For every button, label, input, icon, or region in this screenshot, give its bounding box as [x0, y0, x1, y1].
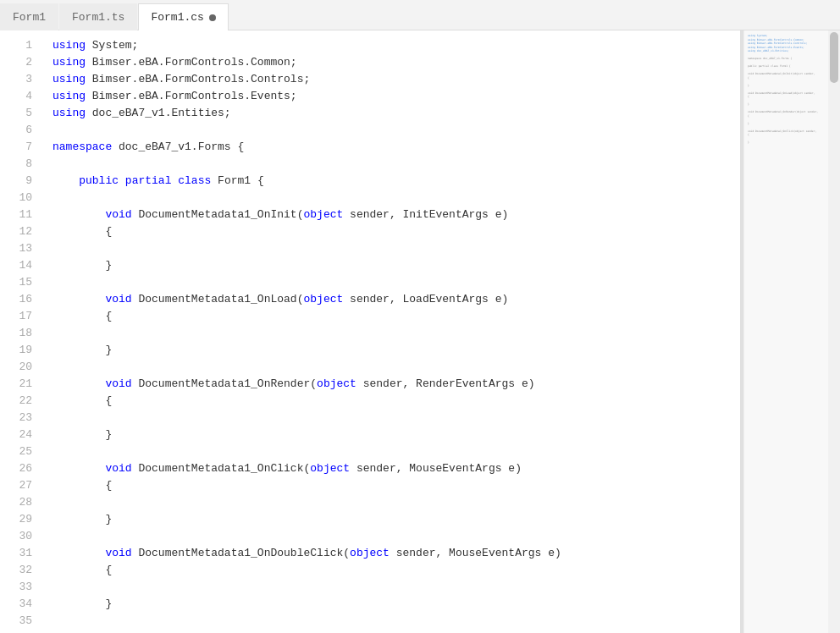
line-number: 20 [0, 359, 32, 376]
line-number: 12 [0, 223, 32, 240]
line-number: 10 [0, 190, 32, 206]
plain-token: } [52, 259, 112, 272]
line-number: 25 [0, 443, 32, 460]
plain-token [52, 174, 79, 187]
tab-form1ts-label: Form1.ts [72, 11, 124, 24]
code-line [52, 274, 740, 291]
tab-form1[interactable]: Form1 [0, 3, 58, 30]
tab-form1cs-label: Form1.cs [151, 11, 203, 24]
tab-bar: Form1 Form1.ts Form1.cs [0, 0, 840, 30]
line-number: 11 [0, 206, 32, 223]
minimap-line: void DocumentMetadata1_OnClick(object se… [748, 129, 825, 134]
code-line [52, 156, 740, 173]
code-line: using Bimser.eBA.FormControls.Controls; [52, 71, 740, 88]
line-number: 4 [0, 88, 32, 105]
code-line: namespace doc_eBA7_v1.Forms { [52, 139, 740, 156]
plain-token [52, 208, 105, 221]
keyword-token: partial [125, 174, 172, 187]
line-number: 34 [0, 596, 32, 613]
line-number: 1 [0, 37, 32, 54]
scrollbar-thumb[interactable] [830, 32, 838, 83]
line-number: 18 [0, 325, 32, 342]
line-number: 32 [0, 562, 32, 579]
plain-token [52, 377, 105, 390]
code-line: using Bimser.eBA.FormControls.Events; [52, 88, 740, 105]
line-number: 36 [0, 630, 32, 633]
keyword-token: using [52, 73, 86, 85]
line-number: 28 [0, 494, 32, 511]
plain-token: Bimser.eBA.FormControls.Common; [86, 56, 297, 69]
code-line [52, 240, 740, 257]
line-number: 2 [0, 54, 32, 71]
code-line: void DocumentMetadata1_OnInit(object sen… [52, 206, 740, 223]
line-number: 29 [0, 511, 32, 528]
minimap-line: void DocumentMetadata1_OnLoad(object sen… [748, 91, 825, 96]
editor-container: 1234567891011121314151617181920212223242… [0, 30, 840, 633]
plain-token: { [52, 394, 112, 407]
line-number: 30 [0, 528, 32, 545]
tab-form1-label: Form1 [13, 11, 46, 24]
code-line: } [52, 427, 740, 443]
keyword-token: object [317, 377, 356, 390]
code-line [52, 410, 740, 427]
code-line: { [52, 477, 740, 494]
code-line [52, 190, 740, 206]
code-line [52, 494, 740, 511]
minimap-line: void DocumentMetadata1_OnRender(object s… [748, 110, 825, 114]
line-number: 9 [0, 173, 32, 190]
code-area[interactable]: using System;using Bimser.eBA.FormContro… [42, 30, 740, 633]
keyword-token: void [105, 208, 131, 221]
plain-token: } [52, 428, 112, 441]
plain-token: DocumentMetadata1_OnRender( [132, 377, 317, 390]
code-line: { [52, 223, 740, 240]
keyword-token: object [303, 208, 343, 221]
line-numbers: 1234567891011121314151617181920212223242… [0, 30, 42, 633]
keyword-token: class [178, 174, 211, 187]
keyword-token: object [350, 547, 390, 559]
plain-token: doc_eBA7_v1.Forms { [112, 140, 244, 153]
code-line [52, 528, 740, 545]
plain-token: sender, MouseEventArgs e) [350, 462, 522, 475]
tab-form1cs[interactable]: Form1.cs [138, 3, 228, 30]
minimap: using System; using Bimser.eBA.FormContr… [743, 30, 828, 633]
line-number: 31 [0, 545, 32, 562]
code-line: } [52, 511, 740, 528]
keyword-token: using [52, 56, 86, 69]
plain-token: DocumentMetadata1_OnInit( [132, 208, 304, 221]
tab-modified-indicator [209, 14, 216, 21]
keyword-token: using [52, 107, 86, 119]
plain-token: { [52, 479, 112, 492]
minimap-line: void DocumentMetadata1_OnInit(object sen… [748, 72, 825, 76]
line-number: 16 [0, 291, 32, 308]
plain-token: Form1 { [211, 174, 263, 187]
plain-token [52, 293, 105, 305]
line-number: 6 [0, 122, 32, 139]
line-number: 26 [0, 460, 32, 477]
plain-token: } [52, 597, 112, 610]
keyword-token: public [79, 174, 119, 187]
tab-form1ts[interactable]: Form1.ts [59, 3, 137, 30]
plain-token: sender, InitEventArgs e) [343, 208, 508, 221]
code-line [52, 579, 740, 596]
code-line: void DocumentMetadata1_OnRender(object s… [52, 376, 740, 393]
keyword-token: void [105, 293, 131, 305]
plain-token: } [52, 344, 112, 356]
code-line: using Bimser.eBA.FormControls.Common; [52, 54, 740, 71]
line-number: 19 [0, 342, 32, 359]
line-number: 7 [0, 139, 32, 156]
code-line: { [52, 562, 740, 579]
line-number: 5 [0, 105, 32, 122]
plain-token: Bimser.eBA.FormControls.Events; [86, 90, 297, 102]
line-number: 23 [0, 410, 32, 427]
plain-token: System; [86, 39, 138, 52]
line-number: 14 [0, 257, 32, 274]
vertical-scrollbar[interactable] [828, 30, 840, 633]
plain-token: DocumentMetadata1_OnClick( [132, 462, 311, 475]
code-line: using System; [52, 37, 740, 54]
code-line: { [52, 393, 740, 410]
code-line: } [52, 630, 740, 633]
line-number: 35 [0, 613, 32, 630]
line-number: 33 [0, 579, 32, 596]
keyword-token: object [303, 293, 343, 305]
code-line [52, 613, 740, 630]
